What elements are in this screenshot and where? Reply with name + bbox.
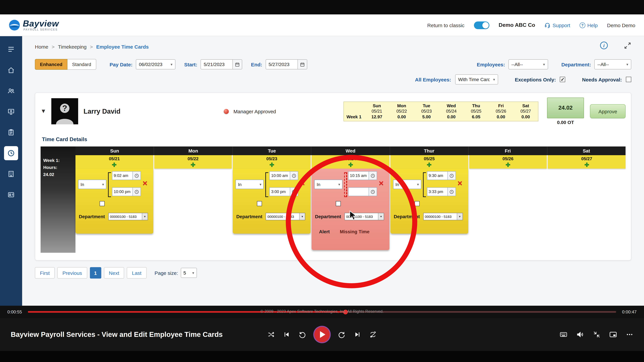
add-punch-button[interactable] [312,162,389,168]
clock-picker-button[interactable] [369,187,377,196]
tasks-icon[interactable] [4,125,18,139]
department-select[interactable]: 00000100 - 5183 ▾ [344,213,384,220]
chevron-down-icon: ▾ [378,213,384,220]
more-options-icon[interactable] [626,331,633,338]
time-out-input[interactable] [348,187,369,196]
department-select[interactable]: 00000100 - 5183 ▾ [108,213,148,220]
chevron-down-icon: ▾ [102,182,104,187]
seek-bar-handle[interactable] [343,310,348,314]
timecard-date: 05/25 [390,156,468,161]
punch-checkbox[interactable] [100,201,105,206]
punch-checkbox[interactable] [257,201,262,206]
department-select[interactable]: 00000100 - 5183 ▾ [266,213,305,220]
delete-punch-button[interactable]: × [142,179,148,187]
time-in-input[interactable]: 9:02 am [112,171,133,180]
user-menu[interactable]: Demo Demo [607,22,635,28]
next-track-icon[interactable] [354,331,361,338]
timecard-details-title: Time Card Details [42,136,626,142]
rewind-10-icon[interactable] [298,331,306,339]
collapse-expander[interactable]: ▼ [40,108,49,115]
start-date-input[interactable]: 5/21/2023 [201,59,233,69]
start-calendar-button[interactable] [233,59,242,69]
punch-type-select[interactable]: In ▾ [314,180,342,189]
return-to-classic-toggle[interactable] [474,21,489,29]
approve-button[interactable]: Approve [590,104,626,118]
punch-type-select[interactable]: In ▾ [78,180,106,189]
play-button[interactable] [314,327,330,342]
exit-fullscreen-icon[interactable] [593,331,600,338]
add-punch-button[interactable] [548,162,626,168]
punch-type-select[interactable]: In ▾ [236,180,264,189]
employees-filter-select[interactable]: --All-- ▾ [508,59,548,69]
status-dot-icon[interactable] [224,109,229,114]
clock-picker-button[interactable] [448,187,456,196]
delete-punch-button[interactable]: × [300,179,305,187]
time-out-input[interactable]: 10:00 pm [112,187,133,196]
previous-page-button[interactable]: Previous [57,267,87,279]
time-in-input[interactable]: 10:00 am [270,171,290,180]
profile-icon[interactable] [4,188,18,202]
department-select[interactable]: 00000100 - 5183 ▾ [423,213,463,220]
add-punch-button[interactable] [390,162,468,168]
timekeeping-icon[interactable] [4,146,18,160]
current-page-button[interactable]: 1 [90,267,101,279]
company-icon[interactable] [4,167,18,181]
delete-punch-button[interactable]: × [379,179,384,187]
clock-icon [134,173,139,178]
info-icon[interactable]: i [600,41,608,49]
video-seek-bar[interactable] [28,311,616,313]
delete-punch-button[interactable]: × [458,179,462,187]
clock-picker-button[interactable] [369,171,377,180]
breadcrumb-home[interactable]: Home [35,44,48,49]
time-out-input[interactable]: 3:00 pm [270,187,290,196]
time-in-input[interactable]: 10:15 am [348,171,369,180]
punch-checkbox[interactable] [336,201,341,206]
forward-10-icon[interactable] [338,331,346,339]
support-link[interactable]: Support [544,22,570,28]
first-page-button[interactable]: First [35,267,55,279]
add-punch-button[interactable] [154,162,232,168]
time-in-input[interactable]: 9:30 am [427,171,448,180]
clock-picker-button[interactable] [290,187,298,196]
menu-icon[interactable] [4,42,18,56]
clock-picker-button[interactable] [133,187,141,196]
avatar-placeholder-icon: ? [51,98,78,124]
all-employees-select[interactable]: With Time Cards ▾ [455,74,498,84]
employees-icon[interactable] [4,84,18,98]
add-punch-button[interactable] [469,162,547,168]
elapsed-time: 0:00:55 [8,309,22,314]
end-date-input[interactable]: 5/27/2023 [266,59,298,69]
punch-type-select[interactable]: In ▾ [393,180,421,189]
department-filter-select[interactable]: --All-- ▾ [594,59,631,69]
previous-track-icon[interactable] [283,331,290,338]
needs-approval-checkbox[interactable] [626,77,631,82]
bayview-logo: Bayview PAYROLL SERVICES [9,19,59,31]
add-punch-button[interactable] [233,162,310,168]
clock-picker-button[interactable] [290,171,298,180]
last-page-button[interactable]: Last [127,267,146,279]
clock-picker-button[interactable] [133,171,141,180]
page-size-value: 5 [184,270,186,276]
chevron-down-icon: ▾ [457,213,462,220]
shuffle-icon[interactable] [267,331,275,338]
enhanced-view-button[interactable]: Enhanced [35,59,68,70]
end-calendar-button[interactable] [298,59,307,69]
picture-in-picture-icon[interactable] [609,331,617,339]
exceptions-only-checkbox[interactable]: ✓ [560,77,565,82]
volume-icon[interactable] [576,331,584,339]
clock-picker-button[interactable] [448,171,456,180]
autoplay-disabled-icon[interactable] [369,331,377,338]
punch-checkbox[interactable] [414,201,420,206]
keyboard-shortcuts-icon[interactable] [560,331,568,339]
payroll-icon[interactable] [4,105,18,119]
add-punch-button[interactable] [76,162,153,168]
help-link[interactable]: ? Help [580,22,598,28]
time-out-input[interactable]: 3:33 pm [427,187,448,196]
next-page-button[interactable]: Next [104,267,124,279]
expand-icon[interactable] [624,42,631,49]
home-icon[interactable] [4,63,18,77]
pay-date-select[interactable]: 06/02/2023 ▾ [136,59,176,69]
breadcrumb-timekeeping[interactable]: Timekeeping [58,44,87,49]
standard-view-button[interactable]: Standard [68,59,96,70]
page-size-select[interactable]: 5 ▾ [181,268,197,278]
